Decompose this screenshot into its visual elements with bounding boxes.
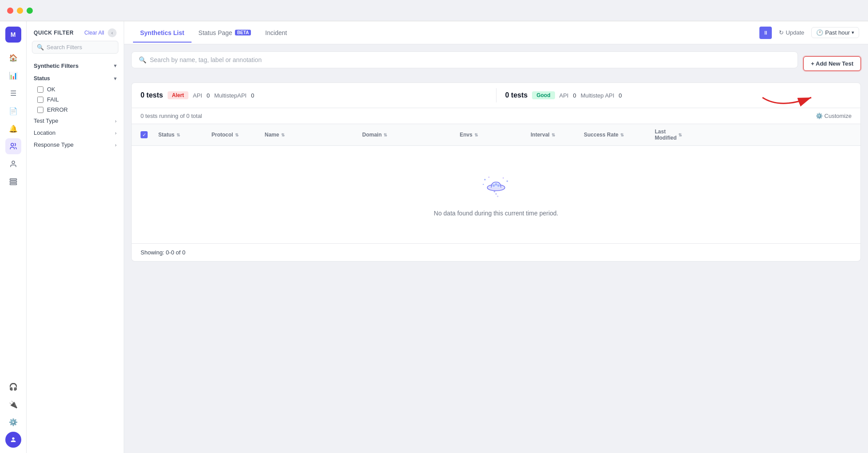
col-last-modified[interactable]: Last Modified ⇅ (655, 129, 673, 141)
col-name[interactable]: Name ⇅ (265, 132, 362, 138)
alert-badge: Alert (168, 91, 188, 99)
alert-stats-group: 0 tests Alert API 0 MultistepAPI 0 (141, 91, 487, 99)
status-filter-header[interactable]: Status ▾ (27, 73, 124, 84)
search-icon: 🔍 (37, 44, 44, 51)
col-status[interactable]: Status ⇅ (158, 132, 211, 138)
filter-search-input[interactable] (47, 44, 113, 51)
svg-point-0 (11, 143, 13, 146)
main-search-bar[interactable]: 🔍 (131, 51, 798, 68)
select-all-checked[interactable]: ✓ (141, 131, 148, 138)
svg-rect-2 (10, 179, 16, 180)
multistep-count-left: 0 (251, 92, 254, 99)
svg-point-7 (488, 176, 489, 178)
nav-logo[interactable]: M (5, 27, 21, 43)
clear-all-button[interactable]: Clear All (84, 30, 104, 36)
select-all-checkbox[interactable]: ✓ (141, 131, 158, 138)
sort-icon: ⇅ (281, 133, 285, 137)
tab-synthetics-list[interactable]: Synthetics List (133, 23, 192, 43)
synthetic-filters-label: Synthetic Filters (34, 62, 78, 69)
nav-home-icon[interactable]: 🏠 (5, 50, 21, 66)
test-type-label: Test Type (34, 117, 58, 124)
nav-person-icon[interactable] (5, 156, 21, 172)
update-button[interactable]: ↻ Update (775, 27, 808, 38)
location-label: Location (34, 129, 55, 136)
customize-button[interactable]: ⚙️ Customize (816, 113, 852, 119)
nav-server-icon[interactable] (5, 174, 21, 190)
tab-list: Synthetics List Status Page BETA Inciden… (133, 23, 759, 43)
chevron-down-icon: ▾ (114, 76, 117, 82)
table-header: ✓ Status ⇅ Protocol ⇅ Name ⇅ (132, 124, 860, 146)
api-label-left: API (193, 92, 202, 99)
settings-icon: ⚙️ (816, 113, 823, 119)
synthetics-table: 0 tests running of 0 total ⚙️ Customize … (131, 108, 861, 262)
svg-rect-4 (10, 184, 16, 185)
ok-checkbox[interactable] (37, 86, 43, 93)
ok-label: OK (47, 86, 55, 93)
error-label: ERROR (47, 106, 68, 113)
col-success-rate[interactable]: Success Rate ⇅ (584, 132, 655, 138)
empty-message: No data found during this current time p… (434, 210, 559, 217)
sort-icon: ⇅ (235, 133, 239, 137)
response-type-filter[interactable]: Response Type › (27, 139, 124, 151)
multistep-label-right: Multistep API (581, 92, 614, 99)
fail-checkbox[interactable] (37, 97, 43, 103)
col-domain[interactable]: Domain ⇅ (362, 132, 460, 138)
good-badge: Good (532, 91, 555, 99)
time-filter-dropdown[interactable]: 🕐 Past hour ▾ (811, 27, 859, 38)
status-ok-item[interactable]: OK (27, 84, 124, 94)
sort-icon: ⇅ (383, 133, 387, 137)
chevron-down-icon: ▾ (852, 30, 854, 35)
col-interval[interactable]: Interval ⇅ (531, 132, 584, 138)
svg-point-9 (483, 184, 484, 185)
alert-count: 0 tests (141, 91, 163, 99)
sort-icon: ⇅ (678, 133, 682, 137)
good-count: 0 tests (505, 91, 528, 99)
nav-settings-icon[interactable]: ⚙️ (5, 414, 21, 430)
svg-point-12 (494, 191, 496, 192)
nav-chart-icon[interactable]: 📊 (5, 67, 21, 83)
test-type-filter[interactable]: Test Type › (27, 115, 124, 127)
nav-document-icon[interactable]: 📄 (5, 103, 21, 119)
svg-point-8 (503, 177, 504, 179)
main-search-input[interactable] (150, 56, 790, 63)
collapse-sidebar-button[interactable]: ‹ (108, 28, 117, 37)
tab-status-page[interactable]: Status Page BETA (192, 23, 258, 43)
nav-alert-icon[interactable]: 🔔 (5, 121, 21, 137)
error-checkbox[interactable] (37, 107, 43, 113)
svg-point-6 (506, 180, 508, 182)
chevron-right-icon: › (115, 130, 117, 136)
status-fail-item[interactable]: FAIL (27, 94, 124, 105)
svg-point-5 (484, 179, 486, 180)
nav-plugin-icon[interactable]: 🔌 (5, 396, 21, 412)
maximize-btn[interactable] (27, 8, 33, 14)
sidebar: QUICK FILTER Clear All ‹ 🔍 Synthetic Fil… (27, 21, 124, 453)
sidebar-header: QUICK FILTER Clear All ‹ (27, 27, 124, 41)
chevron-down-icon: ▾ (114, 63, 117, 69)
nav-list-icon[interactable]: ☰ (5, 85, 21, 101)
col-envs[interactable]: Envs ⇅ (460, 132, 531, 138)
svg-point-16 (495, 183, 497, 185)
filter-search-box[interactable]: 🔍 (32, 41, 118, 54)
chevron-right-icon: › (115, 142, 117, 148)
api-count-right: 0 (573, 92, 576, 99)
add-new-test-button[interactable]: + Add New Test (803, 56, 861, 71)
empty-state: No data found during this current time p… (132, 146, 860, 243)
svg-point-13 (495, 193, 497, 195)
multistep-count-right: 0 (619, 92, 622, 99)
tab-incident[interactable]: Incident (258, 23, 294, 43)
nav-avatar[interactable] (5, 432, 21, 448)
status-error-item[interactable]: ERROR (27, 105, 124, 115)
ufo-illustration (480, 172, 512, 204)
location-filter[interactable]: Location › (27, 127, 124, 139)
nav-headset-icon[interactable]: 🎧 (5, 379, 21, 394)
left-nav: M 🏠 📊 ☰ 📄 🔔 🎧 🔌 ⚙ (0, 21, 27, 453)
pause-button[interactable]: ⏸ (759, 27, 772, 39)
showing-info: Showing: 0-0 of 0 (132, 243, 860, 261)
minimize-btn[interactable] (17, 8, 23, 14)
nav-group-icon[interactable] (5, 138, 21, 154)
close-btn[interactable] (7, 8, 13, 14)
sort-icon: ⇅ (620, 133, 624, 137)
api-label-right: API (559, 92, 569, 99)
synthetic-filters-section[interactable]: Synthetic Filters ▾ (27, 59, 124, 73)
col-protocol[interactable]: Protocol ⇅ (211, 132, 265, 138)
